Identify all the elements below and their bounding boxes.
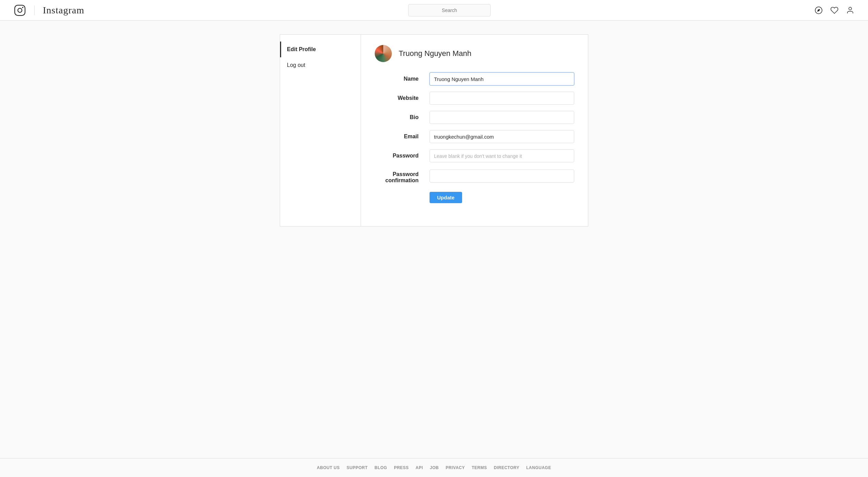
profile-icon[interactable] (846, 6, 854, 14)
sidebar: Edit Profile Log out (280, 35, 361, 226)
email-input[interactable] (430, 130, 574, 143)
svg-rect-0 (15, 5, 25, 15)
password-row: Password (375, 149, 574, 162)
footer-link-about-us[interactable]: ABOUT US (317, 465, 340, 470)
password-confirmation-label: Password confirmation (375, 168, 430, 184)
search-container (84, 4, 815, 16)
profile-username: Truong Nguyen Manh (399, 49, 471, 58)
form-area: Truong Nguyen Manh Name Website Bio Emai… (361, 35, 588, 226)
footer-link-press[interactable]: PRESS (394, 465, 409, 470)
edit-profile-container: Edit Profile Log out Truong Nguyen Manh … (280, 34, 588, 226)
password-confirmation-row: Password confirmation (375, 168, 574, 184)
footer-link-directory[interactable]: DIRECTORY (494, 465, 520, 470)
name-input[interactable] (430, 72, 574, 85)
footer-link-language[interactable]: LANGUAGE (526, 465, 551, 470)
instagram-logo-icon (14, 4, 26, 16)
name-row: Name (375, 72, 574, 85)
footer-link-blog[interactable]: BLOG (374, 465, 387, 470)
website-row: Website (375, 92, 574, 105)
search-input[interactable] (408, 4, 491, 16)
email-row: Email (375, 130, 574, 143)
footer-link-job[interactable]: JOB (430, 465, 439, 470)
footer-link-terms[interactable]: TERMS (472, 465, 487, 470)
svg-marker-4 (817, 9, 820, 11)
footer-link-api[interactable]: API (415, 465, 423, 470)
website-input[interactable] (430, 92, 574, 105)
svg-point-2 (22, 7, 23, 8)
password-label: Password (375, 153, 430, 159)
update-button[interactable]: Update (430, 192, 462, 203)
bio-label: Bio (375, 114, 430, 120)
name-label: Name (375, 76, 430, 82)
header: Instagram (0, 0, 868, 21)
header-actions (815, 6, 854, 14)
svg-point-1 (18, 8, 22, 12)
bio-input[interactable] (430, 111, 574, 124)
avatar (375, 45, 392, 62)
form-actions: Update (375, 192, 574, 203)
svg-point-5 (849, 7, 852, 10)
main-content: Edit Profile Log out Truong Nguyen Manh … (0, 21, 868, 458)
footer: ABOUT USSUPPORTBLOGPRESSAPIJOBPRIVACYTER… (0, 458, 868, 477)
brand-name: Instagram (43, 5, 84, 16)
email-label: Email (375, 133, 430, 140)
footer-link-privacy[interactable]: PRIVACY (446, 465, 465, 470)
sidebar-item-logout[interactable]: Log out (280, 57, 361, 73)
sidebar-item-edit-profile[interactable]: Edit Profile (280, 42, 361, 57)
logo-container[interactable]: Instagram (14, 4, 84, 16)
password-confirmation-input[interactable] (430, 170, 574, 183)
compass-icon[interactable] (815, 6, 823, 14)
password-input[interactable] (430, 149, 574, 162)
footer-link-support[interactable]: SUPPORT (347, 465, 368, 470)
website-label: Website (375, 95, 430, 101)
bio-row: Bio (375, 111, 574, 124)
profile-header: Truong Nguyen Manh (375, 45, 574, 62)
header-divider (34, 5, 35, 15)
heart-icon[interactable] (830, 6, 839, 14)
